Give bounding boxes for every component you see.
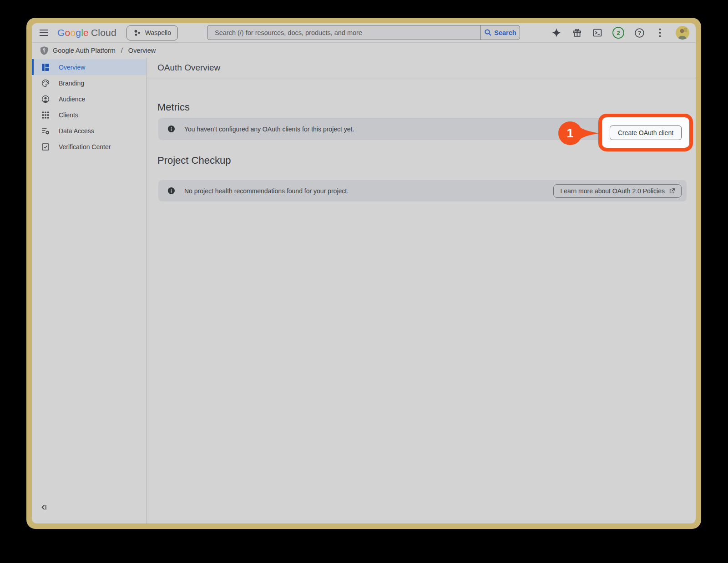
gemini-icon[interactable]: [551, 27, 562, 38]
logo-google-text: Google: [57, 27, 89, 38]
main-content: OAuth Overview Metrics You haven't confi…: [147, 58, 696, 523]
cloud-shell-icon[interactable]: [592, 27, 603, 38]
sidebar-item-label: Branding: [59, 80, 84, 87]
sidebar-item-overview[interactable]: Overview: [32, 59, 146, 75]
menu-icon[interactable]: [38, 27, 49, 38]
page-title-row: OAuth Overview: [147, 58, 696, 78]
svg-text:?: ?: [637, 30, 641, 36]
apps-grid-icon: [41, 111, 50, 119]
more-vertical-icon[interactable]: [654, 27, 665, 38]
metrics-banner-text: You haven't configured any OAuth clients…: [184, 126, 354, 133]
breadcrumb-current: Overview: [128, 47, 156, 54]
sidebar-item-clients[interactable]: Clients: [32, 107, 146, 123]
dashboard-icon: [41, 63, 50, 71]
metrics-heading: Metrics: [157, 78, 696, 113]
annotation-highlight-inner: Create OAuth client: [602, 117, 689, 148]
header-actions: 2 ?: [551, 26, 689, 40]
screenshot-frame: Google Cloud Waspello Search: [26, 18, 701, 529]
sidebar-nav: Overview Branding: [32, 58, 147, 523]
body-row: Overview Branding: [32, 58, 696, 523]
google-cloud-logo: Google Cloud: [57, 27, 116, 38]
collapse-sidebar-icon[interactable]: [40, 503, 48, 512]
project-checkup-heading: Project Checkup: [157, 155, 696, 166]
project-checkup-banner: No project health recommendations found …: [158, 180, 687, 201]
sidebar-item-label: Verification Center: [59, 143, 111, 151]
breadcrumb-section[interactable]: Google Auth Platform: [53, 47, 116, 54]
project-selector[interactable]: Waspello: [126, 25, 178, 40]
sidebar-item-label: Clients: [59, 111, 78, 119]
sidebar-item-label: Data Access: [59, 127, 94, 135]
sidebar-item-data-access[interactable]: Data Access: [32, 123, 146, 139]
annotation-highlight: Create OAuth client: [598, 114, 693, 151]
page-title: OAuth Overview: [157, 63, 220, 73]
gift-icon[interactable]: [571, 27, 582, 38]
project-picker-icon: [133, 29, 141, 37]
search-icon: [484, 29, 492, 36]
palette-icon: [41, 79, 50, 87]
logo-cloud-text: Cloud: [91, 27, 116, 38]
sidebar-item-verification-center[interactable]: Verification Center: [32, 139, 146, 155]
top-bar: Google Cloud Waspello Search: [32, 23, 696, 42]
external-link-icon: [669, 188, 675, 194]
sidebar-item-branding[interactable]: Branding: [32, 75, 146, 91]
auth-platform-icon: [40, 46, 48, 55]
sidebar-item-label: Audience: [59, 96, 85, 103]
help-icon[interactable]: ?: [634, 27, 645, 38]
info-icon: [167, 187, 175, 195]
checkbox-icon: [41, 143, 50, 151]
list-settings-icon: [41, 127, 50, 135]
annotation-step-number: 1: [566, 126, 573, 140]
breadcrumb: Google Auth Platform / Overview: [32, 42, 696, 58]
avatar[interactable]: [676, 26, 689, 40]
person-icon: [41, 95, 50, 103]
search-input[interactable]: [207, 25, 480, 40]
browser-window: Google Cloud Waspello Search: [32, 23, 696, 523]
sidebar-item-audience[interactable]: Audience: [32, 91, 146, 107]
search-button[interactable]: Search: [480, 25, 520, 40]
search-button-label: Search: [494, 29, 516, 36]
notification-count: 2: [617, 30, 620, 36]
breadcrumb-separator: /: [120, 47, 124, 54]
learn-more-label: Learn more about OAuth 2.0 Policies: [560, 187, 665, 195]
checkup-banner-text: No project health recommendations found …: [184, 187, 349, 195]
notifications-badge[interactable]: 2: [612, 27, 624, 39]
search-bar: Search: [207, 25, 520, 40]
info-icon: [167, 125, 175, 133]
project-name: Waspello: [145, 29, 171, 36]
create-oauth-client-button[interactable]: Create OAuth client: [610, 126, 682, 140]
sidebar-item-label: Overview: [59, 64, 85, 71]
learn-more-oauth-policies-button[interactable]: Learn more about OAuth 2.0 Policies: [553, 184, 682, 198]
annotation-step-marker: 1: [558, 120, 600, 146]
